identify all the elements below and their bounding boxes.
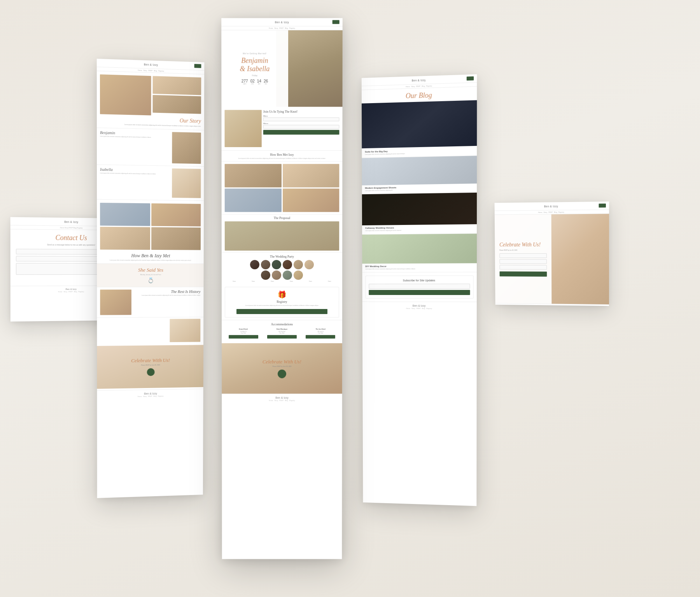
main-bride-name: & Isabella [240,65,270,72]
main-registry-icon: 🎁 [228,290,336,299]
blog-newsletter-email-field[interactable] [369,284,470,289]
story-how-met-text: Lorem ipsum dolor sit amet consectetur a… [97,259,204,263]
celebrate-card: Ben & Izzy Home Story RSVP Blog Registry… [495,202,609,306]
main-registry-title: Registry [228,300,336,304]
story-history-text: Lorem ipsum dolor sit amet consectetur a… [133,295,201,297]
celebrate-email-field[interactable] [499,259,546,264]
celebrate-submit-btn[interactable] [500,271,547,276]
main-party-avatar1 [250,260,259,269]
story-bottom-right-photo [153,95,201,114]
main-party-avatar7 [261,270,270,280]
main-when-field[interactable] [263,118,340,121]
main-accommodations-grid: Grand Hotel 123 Main StCity, State Hotel… [225,328,339,338]
story-how-met-photo1 [100,203,150,226]
main-hotel3-btn[interactable] [306,335,335,339]
main-hotel3-name: The Inn Hotel [302,328,339,330]
story-top-right-photo [153,76,201,95]
main-registry-btn[interactable] [236,309,328,314]
main-party-name3: Name [271,281,274,282]
celebrate-name-field[interactable] [499,253,546,258]
main-groom-name: Benjamin [241,56,268,64]
blog-post4-content: DIY Wedding Decor Lorem ipsum dolor sit … [362,263,477,272]
main-countdown: 277 DAYS 02 HRS 14 MIN 26 [242,79,268,85]
scene: Ben & Izzy Home Story RSVP Blog Registry… [0,0,700,597]
story-celebrate-overlay: Celebrate With Us! Please RSVP by June 2… [97,345,203,389]
celebrate-nav-rsvp-btn[interactable] [599,204,606,207]
main-hotel2-btn[interactable] [267,335,297,339]
blog-footer: Ben & Izzy Home Story RSVP Blog Registry [362,302,477,312]
main-party-avatar6 [304,260,314,269]
blog-post2-content: Modern Engagement Shoots Lorem ipsum dol… [362,184,477,194]
main-hotel1-text: 123 Main StCity, State [225,330,262,334]
main-party-avatar2 [261,260,270,269]
main-party-name5: Name [309,281,312,282]
main-party-names-row1: Name Name Name Name Name Name [225,281,339,282]
story-celebrate-btn[interactable] [147,368,154,376]
story-how-met-photo2 [151,203,201,226]
blog-newsletter-title: Subscribe for Site Updates [369,279,470,281]
main-hero: We're Getting Married! Benjamin & Isabel… [221,30,343,107]
story-nav-rsvp-btn[interactable] [194,64,201,68]
celebrate-nav-site-name: Ben & Izzy [533,205,569,208]
main-party-avatar9 [283,270,292,280]
main-countdown-days-label: DAYS [242,83,248,85]
main-hotel2-text: 456 Park AveCity, State [263,330,300,334]
story-how-met-title: How Ben & Izzy Met [97,251,204,260]
story-rings-icon: 💍 [100,277,200,284]
celebrate-form-overlay: Celebrate With Us! Please RSVP by Jun 20… [495,214,551,304]
main-hotel2-name: Hotel Boutique [263,328,300,330]
story-history-photo2-container [97,317,203,343]
main-rsvp-title: Join Us In Tying The Knot! [263,110,340,113]
main-party-avatar10 [294,270,303,280]
main-nav-rsvp-btn[interactable] [332,20,340,24]
celebrate-title: Celebrate With Us! [499,242,541,248]
main-celebrate-btn[interactable] [278,370,286,378]
main-party-name4: Name [290,281,293,282]
story-nav-site-name: Ben & Izzy [134,63,168,67]
main-party-name6: Name [328,281,331,282]
blog-post3-text: Lorem ipsum dolor sit amet consectetur a… [365,229,474,232]
story-isabella-bio: Lorem ipsum dolor sit amet consectetur a… [100,172,170,175]
main-rsvp-submit-btn[interactable] [263,130,340,135]
main-proposal-photo [225,221,339,251]
main-hotel1-btn[interactable] [229,335,258,339]
blog-nav-rsvp-btn[interactable] [467,76,474,81]
main-rsvp-section: Join Us In Tying The Knot! When: Where: [221,107,342,151]
main-rsvp-form: Join Us In Tying The Knot! When: Where: [263,110,340,147]
main-party-title: The Wedding Party [225,255,339,258]
story-she-said-yes-subtitle: Monday, January 14, Carmel Point [100,274,200,276]
story-how-met-photo3 [100,227,150,250]
main-hotel1: Grand Hotel 123 Main StCity, State [225,328,262,338]
main-hotel3: The Inn Hotel 789 Lake DrCity, State [302,328,339,338]
main-party-section: The Wedding Party [222,252,342,284]
blog-post2-photo [362,156,477,185]
main-countdown-secs: 26 SEC [264,79,268,85]
main-hotel3-text: 789 Lake DrCity, State [302,330,339,334]
story-isabella-section: Isabella Lorem ipsum dolor sit amet cons… [97,164,204,200]
celebrate-attending-field[interactable] [500,265,547,270]
blog-newsletter-submit-btn[interactable] [369,290,470,295]
blog-footer-links: Home Story RSVP Blog Registry [365,307,474,309]
main-countdown-secs-label: SEC [264,83,268,85]
main-nav-site-name: Ben & Izzy [263,21,301,23]
main-rsvp-photo [225,110,262,147]
story-hero-photo [100,74,151,115]
main-where-field[interactable] [263,125,340,129]
celebrate-nav: Ben & Izzy [495,202,609,211]
main-where-label: Where: [263,123,340,125]
celebrate-footer-name: Ben & Izzy [497,306,607,306]
main-when-label: When: [263,115,340,117]
main-countdown-days: 277 DAYS [242,79,248,85]
story-history-right: The Rest Is History Lorem ipsum dolor si… [133,290,201,296]
story-celebrate-title: Celebrate With Us! [131,357,170,364]
story-history-title: The Rest Is History [133,290,201,294]
main-grid-photo1 [225,164,282,188]
main-footer: Ben & Izzy Home Story RSVP Blog Registry [222,393,342,404]
main-hero-text: We're Getting Married! Benjamin & Isabel… [221,30,288,107]
main-proposal-title: The Proposal [225,216,339,220]
story-benjamin-photo [172,132,201,164]
blog-footer-name: Ben & Izzy [365,304,474,307]
blog-post3: Callaway Wedding Venues Lorem ipsum dolo… [362,193,477,234]
story-how-met-photo4 [151,227,201,250]
story-isabella-name: Isabella [100,167,170,173]
